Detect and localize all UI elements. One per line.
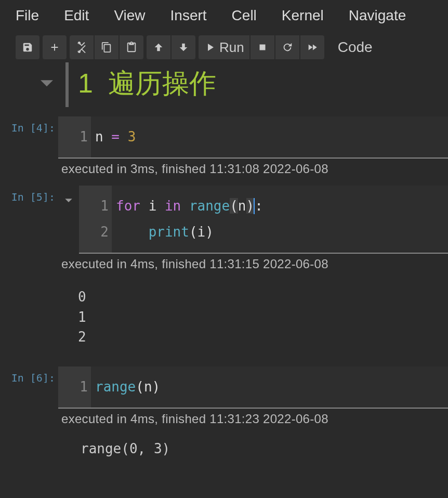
menu-view[interactable]: View — [114, 7, 145, 24]
menu-cell[interactable]: Cell — [232, 7, 257, 24]
line-gutter: 1 2 — [79, 186, 112, 253]
heading-cell[interactable]: 1 遍历操作 — [0, 62, 448, 107]
refresh-icon — [282, 42, 293, 53]
execution-info: executed in 3ms, finished 11:31:08 2022-… — [0, 159, 448, 176]
play-icon — [204, 41, 216, 54]
menu-file[interactable]: File — [16, 7, 39, 24]
add-cell-button[interactable] — [43, 35, 67, 59]
code-cell[interactable]: In [6]:1range(n)executed in 4ms, finishe… — [0, 366, 448, 458]
code-cell[interactable]: In [4]:1n = 3executed in 3ms, finished 1… — [0, 116, 448, 176]
code-editor[interactable]: n = 3 — [91, 116, 448, 158]
stop-icon — [257, 42, 268, 53]
menu-kernel[interactable]: Kernel — [282, 7, 324, 24]
arrow-up-icon — [153, 42, 164, 53]
arrow-down-icon — [178, 42, 189, 53]
code-editor[interactable]: for i in range(n): print(i) — [112, 186, 448, 253]
copy-button[interactable] — [95, 35, 118, 59]
copy-icon — [101, 42, 112, 53]
execution-info: executed in 4ms, finished 11:31:23 2022-… — [0, 409, 448, 426]
heading-text: 1 遍历操作 — [78, 62, 216, 107]
code-cell[interactable]: In [5]:1 2for i in range(n): print(i)exe… — [0, 186, 448, 358]
fast-forward-icon — [307, 42, 318, 53]
restart-run-all-button[interactable] — [300, 35, 324, 59]
input-prompt: In [6]: — [0, 366, 58, 409]
scissors-icon — [76, 42, 87, 53]
menubar: File Edit View Insert Cell Kernel Naviga… — [0, 0, 448, 31]
line-gutter: 1 — [58, 116, 91, 158]
chevron-down-icon — [64, 197, 73, 204]
move-up-button[interactable] — [147, 35, 170, 59]
cell-output: 0 1 2 — [0, 271, 448, 357]
input-prompt: In [4]: — [0, 116, 58, 159]
fold-button[interactable] — [58, 186, 79, 254]
save-button[interactable] — [16, 35, 39, 59]
menu-edit[interactable]: Edit — [64, 7, 89, 24]
paste-icon — [126, 42, 137, 53]
menu-navigate[interactable]: Navigate — [349, 7, 406, 24]
heading-divider — [65, 62, 69, 107]
restart-button[interactable] — [275, 35, 299, 59]
line-gutter: 1 — [58, 366, 91, 408]
cell-output: range(0, 3) — [0, 426, 448, 458]
input-prompt: In [5]: — [0, 186, 58, 254]
execution-info: executed in 4ms, finished 11:31:15 2022-… — [0, 254, 448, 271]
run-button[interactable]: Run — [199, 35, 249, 59]
chevron-down-icon — [38, 77, 55, 90]
collapse-heading-button[interactable] — [38, 77, 55, 92]
toolbar: Run Code — [0, 31, 448, 64]
run-label: Run — [219, 40, 244, 56]
interrupt-button[interactable] — [251, 35, 274, 59]
save-icon — [22, 42, 33, 53]
paste-button[interactable] — [120, 35, 143, 59]
cell-type-select[interactable]: Code — [331, 39, 380, 56]
code-editor[interactable]: range(n) — [91, 366, 448, 408]
cut-button[interactable] — [70, 35, 94, 59]
menu-insert[interactable]: Insert — [170, 7, 207, 24]
plus-icon — [49, 42, 60, 53]
move-down-button[interactable] — [172, 35, 195, 59]
